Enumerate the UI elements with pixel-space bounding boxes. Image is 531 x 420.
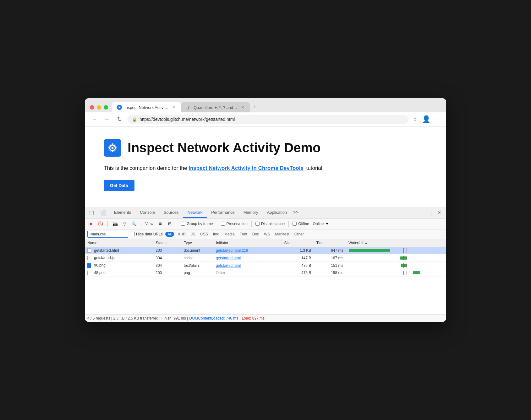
browser-toolbar-right: ☆ 👤 ⋮ [413,115,441,123]
devtools-kebab-icon[interactable]: ⋮ [427,208,435,217]
record-button[interactable]: ● [87,220,94,227]
cell-time: 158 ms [314,269,346,277]
regex-icon: 𝑓 [186,105,191,110]
filter-media-button[interactable]: Media [223,231,236,237]
grid-view-icon[interactable]: ⊞ [166,220,173,227]
file-icon [87,248,91,253]
refresh-button[interactable]: ↻ [115,115,124,124]
star-icon[interactable]: ☆ [413,116,418,123]
clear-button[interactable]: 🚫 [97,220,104,227]
device-toolbar-icon[interactable]: ⬜ [97,207,110,218]
devtools-link[interactable]: Inspect Network Activity In Chrome DevTo… [189,165,304,171]
network-table-container: Name Status Type Initiator Size Time Wat… [85,239,446,315]
filter-js-button[interactable]: JS [189,231,196,237]
waterfall-bar-container [348,248,444,253]
cell-name: getstarted.js [85,254,153,262]
cell-name: 48.png [85,269,153,277]
filter-css-button[interactable]: CSS [199,231,209,237]
tab-inspect-network[interactable]: Inspect Network Activity Demo ✕ [112,102,181,112]
filter-xhr-button[interactable]: XHR [177,231,187,237]
throttle-dropdown-icon[interactable]: ▾ [326,222,328,226]
hide-data-urls-option[interactable]: Hide data URLs [131,232,163,236]
waterfall-bar-container [348,256,444,260]
filter-input[interactable] [87,231,128,238]
filter-manifest-button[interactable]: Manifest [274,231,290,237]
offline-option[interactable]: Offline [293,222,309,226]
lock-icon: 🔒 [132,117,137,122]
preserve-log-option[interactable]: Preserve log [221,222,248,226]
tab-memory[interactable]: Memory [239,207,263,218]
cell-type: png [181,269,213,277]
col-time-header[interactable]: Time [314,239,346,247]
tab-application[interactable]: Application [263,207,292,218]
waterfall-blue-marker [403,248,404,253]
toolbar-divider-6 [288,221,289,227]
filter-all-button[interactable]: All [165,232,174,237]
tab1-label: Inspect Network Activity Demo [124,105,169,110]
waterfall-red-marker [407,271,407,275]
filter-ws-button[interactable]: WS [263,231,271,237]
disable-cache-option[interactable]: Disable cache [255,222,285,226]
tab-network[interactable]: Network [183,207,207,218]
page-header: Inspect Network Activity Demo [104,139,427,157]
cell-waterfall [346,269,446,277]
url-text: https://devtools.glitch.me/network/getst… [140,117,404,122]
cell-waterfall [346,254,446,262]
get-data-button[interactable]: Get Data [104,180,134,191]
avatar-icon[interactable]: 👤 [422,115,430,123]
waterfall-header-label: Waterfall ▲ [348,241,444,245]
col-status-header[interactable]: Status [153,239,181,247]
cell-initiator: getstarted.html [213,254,282,262]
dom-content-loaded-text: DOMContentLoaded: 746 ms [189,316,238,320]
tab-elements[interactable]: Elements [110,207,135,218]
tab-console[interactable]: Console [135,207,159,218]
group-by-frame-option[interactable]: Group by frame [181,222,213,226]
filter-other-button[interactable]: Other [293,231,305,237]
new-tab-button[interactable]: + [250,102,260,112]
table-row[interactable]: getstarted.html 200 document getstarted.… [85,247,446,254]
cell-waterfall [346,262,446,269]
back-button[interactable]: ← [90,115,99,124]
tab-more[interactable]: >> [291,207,300,218]
traffic-lights [90,105,108,110]
devtools-actions: ⋮ ✕ [425,208,445,217]
inspect-element-icon[interactable]: ⬚ [86,207,97,218]
filter-font-button[interactable]: Font [238,231,249,237]
tab-quantifiers[interactable]: 𝑓 Quantifiers +, *, ? and {n} ✕ [181,102,250,112]
col-size-header[interactable]: Size [282,239,314,247]
filter-button[interactable]: ▽ [121,220,128,227]
tab2-close-icon[interactable]: ✕ [240,105,245,110]
cell-status: 200 [153,247,181,254]
filter-img-button[interactable]: Img [212,231,221,237]
filter-doc-button[interactable]: Doc [251,231,260,237]
search-button[interactable]: 🔍 [130,220,137,227]
close-button[interactable] [90,105,94,110]
cell-size: 476 B [282,262,314,269]
col-initiator-header[interactable]: Initiator [213,239,282,247]
col-name-header[interactable]: Name [85,239,153,247]
title-bar: Inspect Network Activity Demo ✕ 𝑓 Quanti… [85,98,446,112]
page-content: Inspect Network Activity Demo This is th… [85,127,446,207]
table-row[interactable]: 96.png 304 text/plain getstarted.html 47… [85,262,446,269]
page-title: Inspect Network Activity Demo [128,140,321,155]
maximize-button[interactable] [104,105,108,110]
tab-performance[interactable]: Performance [207,207,239,218]
status-separator: | [239,316,240,320]
tab-sources[interactable]: Sources [159,207,183,218]
tab2-label: Quantifiers +, *, ? and {n} [194,105,238,110]
table-row[interactable]: getstarted.js 304 script getstarted.html… [85,254,446,262]
list-view-icon[interactable]: ≡ [157,220,164,227]
minimize-button[interactable] [97,105,101,110]
col-type-header[interactable]: Type [181,239,213,247]
tab1-close-icon[interactable]: ✕ [172,105,176,110]
camera-button[interactable]: 📷 [112,220,118,227]
cell-name: 96.png [85,262,153,269]
url-bar[interactable]: 🔒 https://devtools.glitch.me/network/get… [128,115,409,124]
menu-icon[interactable]: ⋮ [435,116,441,123]
network-table-body: getstarted.html 200 document getstarted.… [85,247,446,314]
col-waterfall-header[interactable]: Waterfall ▲ [346,239,446,247]
cell-initiator: getstarted.html [213,262,282,269]
forward-button[interactable]: → [102,115,111,124]
table-row[interactable]: 48.png 200 png Other 476 B 158 ms [85,269,446,277]
devtools-close-icon[interactable]: ✕ [436,209,442,216]
